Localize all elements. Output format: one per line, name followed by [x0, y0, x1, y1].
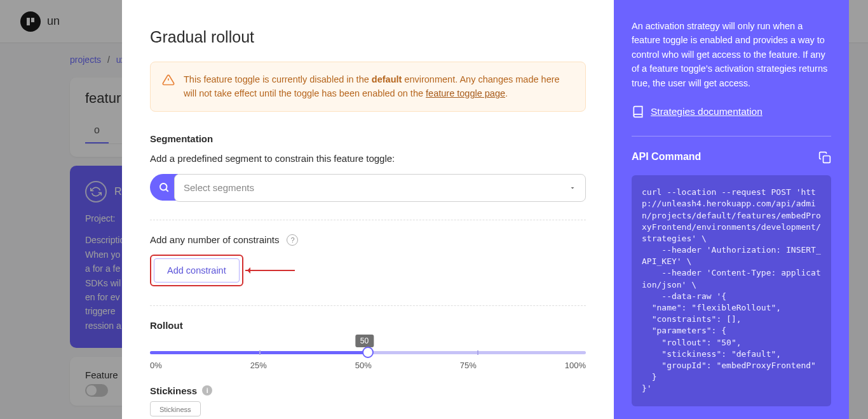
- stickiness-heading-row: Stickiness i: [150, 385, 586, 396]
- rollout-slider[interactable]: 50 0% 25% 50% 75% 100%: [150, 338, 586, 370]
- slider-track: [150, 351, 586, 354]
- slider-value-tooltip: 50: [355, 335, 374, 347]
- book-icon: [632, 105, 644, 118]
- help-icon[interactable]: ?: [287, 234, 298, 246]
- svg-line-5: [166, 189, 168, 191]
- constraints-label-row: Add any number of constraints ?: [150, 234, 586, 246]
- segmentation-heading: Segmentation: [150, 133, 586, 144]
- label-100: 100%: [565, 361, 586, 370]
- svg-rect-6: [824, 156, 831, 163]
- warning-icon: [162, 74, 175, 101]
- stickiness-field[interactable]: Stickiness: [150, 401, 586, 416]
- label-50: 50%: [355, 361, 372, 370]
- modal-side-panel: An activation strategy will only run whe…: [614, 0, 849, 419]
- annotation-arrow: [245, 270, 295, 271]
- modal-main-panel: Gradual rollout This feature toggle is c…: [122, 0, 614, 419]
- feature-toggle-page-link[interactable]: feature toggle page: [426, 88, 505, 98]
- segment-placeholder: Select segments: [184, 182, 254, 193]
- stickiness-heading: Stickiness: [150, 385, 197, 396]
- stickiness-field-label: Stickiness: [157, 406, 194, 413]
- info-icon[interactable]: i: [202, 385, 212, 396]
- add-constraint-button[interactable]: Add constraint: [154, 258, 240, 283]
- label-25: 25%: [250, 361, 267, 370]
- divider: [150, 220, 586, 220]
- slider-tick-75: [477, 350, 478, 355]
- add-constraint-highlight: Add constraint: [150, 255, 243, 286]
- strategies-doc-link[interactable]: Strategies documentation: [651, 104, 763, 119]
- modal-title: Gradual rollout: [150, 28, 586, 46]
- side-divider: [632, 136, 831, 136]
- alert-text: This feature toggle is currently disable…: [184, 72, 574, 101]
- alert-pre: This feature toggle is currently disable…: [184, 74, 372, 84]
- segmentation-sub: Add a predefined segment to constrain th…: [150, 153, 586, 164]
- doc-link-row: Strategies documentation: [632, 104, 831, 119]
- api-command-header: API Command: [632, 149, 831, 165]
- constraints-label: Add any number of constraints: [150, 234, 279, 245]
- rollout-heading: Rollout: [150, 320, 586, 331]
- label-0: 0%: [150, 361, 162, 370]
- slider-labels: 0% 25% 50% 75% 100%: [150, 361, 586, 370]
- api-code-block[interactable]: curl --location --request POST 'http://u…: [632, 175, 831, 406]
- api-command-title: API Command: [632, 149, 701, 165]
- chevron-down-icon: [569, 184, 576, 192]
- segment-select[interactable]: Select segments: [174, 174, 586, 202]
- segment-selector-row: Select segments: [150, 174, 586, 202]
- copy-icon[interactable]: [818, 151, 831, 164]
- alert-env: default: [372, 74, 402, 84]
- strategy-modal: Gradual rollout This feature toggle is c…: [122, 0, 849, 419]
- slider-tick-25: [259, 350, 261, 355]
- divider-2: [150, 305, 586, 306]
- disabled-alert: This feature toggle is currently disable…: [150, 62, 586, 112]
- slider-thumb[interactable]: [362, 347, 374, 358]
- strategy-description: An activation strategy will only run whe…: [632, 19, 831, 90]
- svg-point-4: [160, 183, 167, 190]
- label-75: 75%: [460, 361, 477, 370]
- alert-post: .: [505, 88, 508, 98]
